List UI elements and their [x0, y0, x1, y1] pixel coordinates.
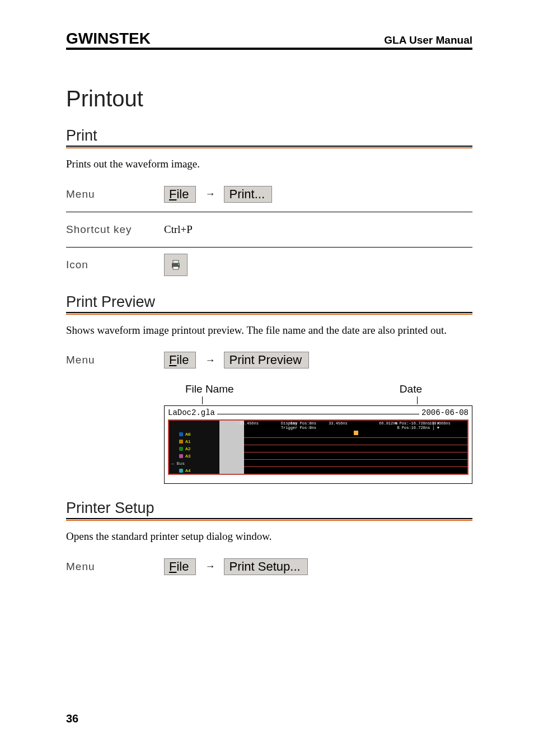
row-label-menu: Menu: [66, 354, 164, 366]
setup-description: Opens the standard printer setup dialog …: [66, 529, 472, 544]
svg-point-3: [178, 264, 179, 265]
page-title: Printout: [66, 86, 472, 111]
preview-filename: LaDoc2.gla: [168, 408, 215, 417]
menu-button-file[interactable]: File: [164, 186, 196, 203]
menu-button-print-setup[interactable]: Print Setup...: [224, 558, 307, 575]
page-number: 36: [66, 712, 78, 725]
row-label-shortcut: Shortcut key: [66, 223, 164, 236]
setup-menu-row: Menu File → Print Setup...: [66, 549, 472, 584]
menu-button-print[interactable]: Print...: [224, 186, 272, 203]
svg-rect-2: [173, 267, 179, 269]
section-heading-setup: Printer Setup: [66, 500, 472, 519]
svg-rect-1: [173, 260, 179, 263]
shortcut-value: Ctrl+P: [164, 223, 193, 236]
filename-label: File Name: [185, 383, 234, 395]
row-label-menu: Menu: [66, 561, 164, 573]
date-label: Date: [400, 383, 422, 395]
print-icon-row: Icon: [66, 248, 472, 282]
print-shortcut-row: Shortcut key Ctrl+P: [66, 212, 472, 248]
menu-button-file[interactable]: File: [164, 558, 196, 575]
pointer-line-icon: [417, 396, 418, 404]
print-description: Prints out the waveform image.: [66, 157, 472, 171]
pointer-line-icon: [202, 396, 203, 404]
divider-line: [217, 414, 419, 415]
printout-preview-box: LaDoc2.gla 2006-06-08 Scale:16.728nsTota…: [164, 405, 472, 484]
print-toolbar-icon[interactable]: [164, 254, 188, 276]
menu-button-file[interactable]: File: [164, 352, 196, 368]
print-menu-row: Menu File → Print...: [66, 177, 472, 212]
manual-title: GLA User Manual: [384, 34, 472, 46]
preview-date: 2006-06-08: [421, 408, 469, 417]
menu-arrow-icon: →: [205, 561, 215, 572]
row-label-menu: Menu: [66, 188, 164, 200]
brand-logo: GWINSTEK: [66, 31, 151, 46]
preview-illustration: File Name Date LaDoc2.gla 2006-06-08 Sca…: [66, 383, 472, 484]
channel-list: A0 A1 A2 A3 — Bus A4: [169, 421, 219, 474]
menu-arrow-icon: →: [205, 354, 215, 366]
section-heading-preview: Print Preview: [66, 293, 472, 313]
preview-menu-row: Menu File → Print Preview: [66, 343, 472, 377]
menu-arrow-icon: →: [205, 188, 215, 200]
time-ruler: -33.456ns0ns33.456ns66.912ns100.368ns: [222, 421, 466, 430]
page-header: GWINSTEK GLA User Manual: [66, 31, 472, 50]
waveform-tracks: [244, 431, 467, 474]
preview-description: Shows waveform image printout preview. T…: [66, 323, 472, 338]
menu-button-print-preview[interactable]: Print Preview: [224, 352, 309, 368]
row-label-icon: Icon: [66, 259, 164, 271]
section-heading-print: Print: [66, 127, 472, 147]
printer-icon: [168, 258, 183, 272]
waveform-thumbnail: Scale:16.728nsTotal:4.096us Display Pos:…: [168, 419, 469, 475]
